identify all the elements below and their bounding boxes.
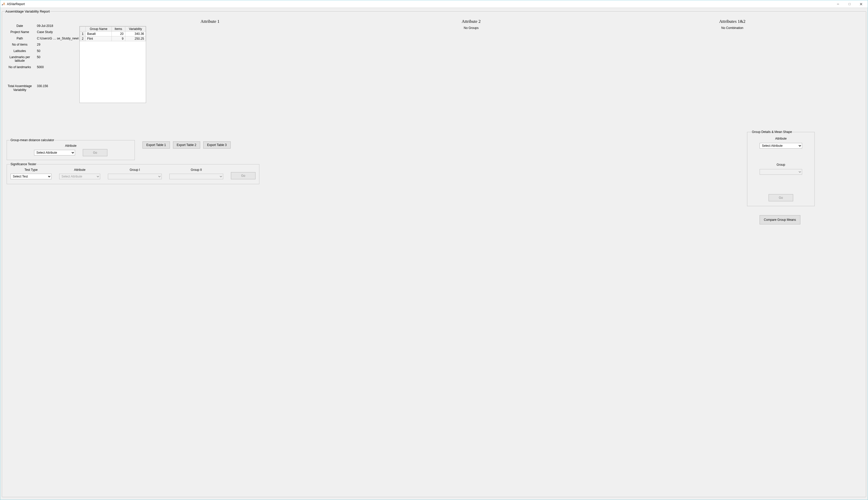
- export-table-3-button[interactable]: Export Table 3: [203, 141, 230, 149]
- attributes-1-2-title: Attributes 1&2: [602, 19, 863, 24]
- gmdc-attribute-select[interactable]: Select Attribute: [34, 150, 75, 156]
- sigt-group2-select[interactable]: [169, 174, 223, 179]
- significance-tester: Significance Tester Test Type Select Tes…: [7, 162, 253, 184]
- path-value: C:\Users\G … se_Stutdy_new\: [36, 37, 79, 40]
- attribute-2-column: Attribute 2 No Groups: [341, 15, 602, 103]
- total-variability-value: 330.156: [36, 84, 48, 88]
- export-table-2-button[interactable]: Export Table 2: [173, 141, 200, 149]
- gmdc-frame-title: Group-mean distance calculator: [11, 138, 54, 142]
- project-label: Project Name: [5, 30, 36, 34]
- landmarks-value: 5000: [36, 65, 44, 69]
- path-label: Path: [5, 37, 36, 40]
- items-label: No of items: [5, 43, 36, 46]
- close-button[interactable]: [855, 0, 867, 8]
- gdms-go-button[interactable]: Go: [769, 194, 793, 201]
- app-window: ASVarReport Assemblage Variability Repor…: [0, 0, 868, 500]
- compare-group-means: Compare Group Means: [759, 215, 800, 224]
- gdms-attribute-label: Attribute: [775, 137, 787, 140]
- gmdc-go-button[interactable]: Go: [83, 149, 108, 156]
- sigt-attribute-select[interactable]: Select Attribute: [59, 174, 100, 179]
- attribute-columns: Attribute 1 Group Name Items Variability: [79, 15, 863, 103]
- sigt-frame-title: Significance Tester: [11, 162, 36, 166]
- attribute-1-table[interactable]: Group Name Items Variability 1 Basalt: [79, 26, 146, 103]
- minimize-button[interactable]: [832, 0, 844, 8]
- export-buttons: Export Table 1 Export Table 2 Export Tab…: [143, 141, 230, 149]
- latitudes-value: 50: [36, 49, 40, 53]
- upper-region: Date 09-Jul-2018 Project Name Case Study…: [5, 15, 863, 103]
- gdms-attribute-select[interactable]: Select Attribute: [759, 143, 802, 149]
- date-value: 09-Jul-2018: [36, 24, 53, 28]
- attribute-2-message: No Groups: [341, 26, 602, 30]
- attributes-1-2-message: No Combination: [602, 26, 863, 30]
- sigt-go-button[interactable]: Go: [231, 172, 256, 179]
- table-corner: [80, 27, 86, 32]
- window-controls: [832, 0, 867, 8]
- svg-rect-1: [848, 3, 850, 5]
- sigt-test-type-label: Test Type: [24, 168, 37, 172]
- maximize-button[interactable]: [844, 0, 855, 8]
- report-frame: Assemblage Variability Report Date 09-Ju…: [2, 10, 866, 497]
- attributes-1-2-column: Attributes 1&2 No Combination: [602, 15, 863, 103]
- sigt-attribute-label: Attribute: [74, 168, 86, 172]
- total-variability-label: Total Assemblage Variability: [5, 84, 36, 92]
- sigt-test-type-select[interactable]: Select Test: [11, 174, 52, 179]
- content-area: Assemblage Variability Report Date 09-Ju…: [0, 8, 868, 500]
- table-row[interactable]: 2 Flint 9 250.25: [80, 36, 146, 41]
- titlebar: ASVarReport: [0, 0, 868, 8]
- sigt-group2-label: Group II: [191, 168, 202, 172]
- landmarks-per-lat-label: Landmarks per latitude: [5, 55, 36, 63]
- group-mean-distance-calculator: Group-mean distance calculator Attribute…: [7, 138, 135, 160]
- compare-group-means-button[interactable]: Compare Group Means: [759, 215, 800, 224]
- attribute-1-column: Attribute 1 Group Name Items Variability: [79, 15, 341, 103]
- col-variability[interactable]: Variability: [125, 27, 146, 32]
- gdms-group-select[interactable]: [759, 169, 802, 175]
- group-details-mean-shape: Group Details & Mean Shape Attribute Sel…: [747, 130, 815, 206]
- landmarks-label: No of landmarks: [5, 65, 36, 69]
- date-label: Date: [5, 24, 36, 28]
- project-value: Case Study: [36, 30, 53, 34]
- items-value: 29: [36, 43, 40, 46]
- col-group-name[interactable]: Group Name: [86, 27, 112, 32]
- gdms-frame-title: Group Details & Mean Shape: [752, 130, 792, 134]
- sigt-group1-select[interactable]: [108, 174, 162, 179]
- attribute-2-title: Attribute 2: [341, 19, 602, 24]
- landmarks-per-lat-value: 50: [36, 55, 40, 59]
- latitudes-label: Latitudes: [5, 49, 36, 53]
- gmdc-attribute-label: Attribute: [65, 144, 77, 148]
- report-frame-title: Assemblage Variability Report: [5, 10, 50, 13]
- attribute-1-title: Attribute 1: [79, 19, 341, 24]
- matlab-icon: [1, 2, 5, 6]
- export-table-1-button[interactable]: Export Table 1: [143, 141, 170, 149]
- table-row[interactable]: 1 Basalt 20 340.36: [80, 32, 146, 36]
- sigt-group1-label: Group I: [130, 168, 140, 172]
- window-title: ASVarReport: [7, 2, 832, 6]
- metadata-panel: Date 09-Jul-2018 Project Name Case Study…: [5, 15, 79, 103]
- col-items[interactable]: Items: [112, 27, 125, 32]
- gdms-group-label: Group: [777, 163, 785, 167]
